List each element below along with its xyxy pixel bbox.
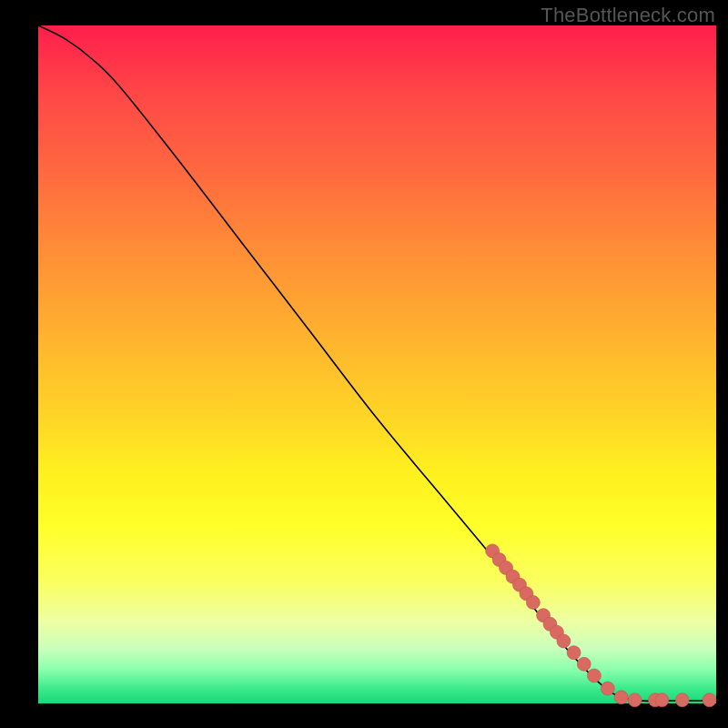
data-point: [655, 693, 669, 707]
data-point: [526, 595, 540, 609]
data-point: [557, 634, 571, 648]
data-point: [703, 693, 716, 707]
data-point: [567, 646, 581, 660]
data-point: [577, 657, 591, 671]
data-point: [614, 691, 628, 704]
chart-svg: [38, 25, 716, 703]
data-point: [675, 693, 689, 707]
data-point: [601, 682, 614, 695]
watermark-label: TheBottleneck.com: [541, 4, 715, 27]
data-points-group: [486, 544, 716, 707]
bottleneck-curve: [38, 25, 716, 701]
chart-frame: TheBottleneck.com: [0, 0, 728, 728]
data-point: [628, 693, 642, 707]
data-point: [587, 669, 601, 682]
plot-area: [38, 25, 716, 703]
